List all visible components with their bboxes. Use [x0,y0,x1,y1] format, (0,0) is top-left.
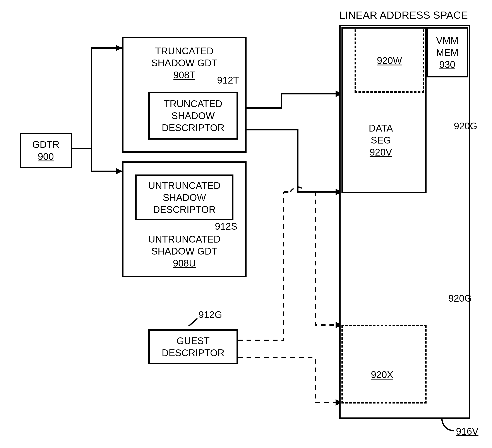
untrunc-gdt-l1: UNTRUNCATED [148,233,221,245]
trunc-desc-callout: 912T [217,74,239,86]
las-920g-upper-text: 920G [454,121,477,131]
dataseg-l2: SEG [369,134,393,146]
trunc-desc-l1: TRUNCATED [164,98,222,110]
trunc-gdt-ref: 908T [174,69,195,81]
las-920x-box [341,325,427,404]
las-920w-box: 920W [355,30,424,93]
gdtr-label: GDTR [32,139,60,151]
untrunc-gdt-l2: SHADOW GDT [151,245,217,257]
untrunc-desc-l1: UNTRUNCATED [148,180,221,192]
untrunc-desc-callout: 912S [215,220,237,232]
las-920x-ref: 920X [371,369,393,380]
dataseg-ref: 920V [369,146,393,158]
guest-desc-callout: 912G [199,309,222,321]
las-dataseg-label: DATA SEG 920V [369,122,393,158]
truncated-desc-box: TRUNCATED SHADOW DESCRIPTOR [148,92,238,140]
las-916v-label: 916V [456,425,479,437]
trunc-gdt-l2: SHADOW GDT [151,57,217,69]
dataseg-l1: DATA [369,122,393,134]
guest-desc-l2: DESCRIPTOR [162,347,225,359]
trunc-desc-l2: SHADOW [172,110,215,122]
guest-desc-box: GUEST DESCRIPTOR [148,329,238,364]
trunc-gdt-l1: TRUNCATED [155,45,214,57]
las-920g-lower: 920G [448,292,472,304]
las-920g-lower-text: 920G [448,293,472,304]
las-920g-upper: 920G [454,120,477,132]
las-920w-ref: 920W [377,54,402,67]
svg-marker-1 [116,168,122,174]
vmm-l1: VMM [436,34,459,46]
las-916v-ref: 916V [456,426,479,437]
guest-desc-l1: GUEST [176,335,210,347]
title-text: LINEAR ADDRESS SPACE [339,9,468,21]
page-title: LINEAR ADDRESS SPACE [334,9,473,22]
vmm-ref: 930 [439,59,455,71]
trunc-desc-l3: DESCRIPTOR [162,122,225,134]
vmm-l2: MEM [436,46,459,59]
untruncated-desc-box: UNTRUNCATED SHADOW DESCRIPTOR [135,174,234,220]
svg-marker-0 [116,45,122,51]
gdtr-box: GDTR 900 [20,133,72,168]
untrunc-desc-l2: SHADOW [163,192,206,204]
untrunc-gdt-ref: 908U [173,257,196,269]
gdtr-ref: 900 [38,151,54,163]
las-vmm-box: VMM MEM 930 [427,27,468,77]
untrunc-desc-l3: DESCRIPTOR [153,204,216,215]
las-920x-label: 920X [371,369,393,381]
